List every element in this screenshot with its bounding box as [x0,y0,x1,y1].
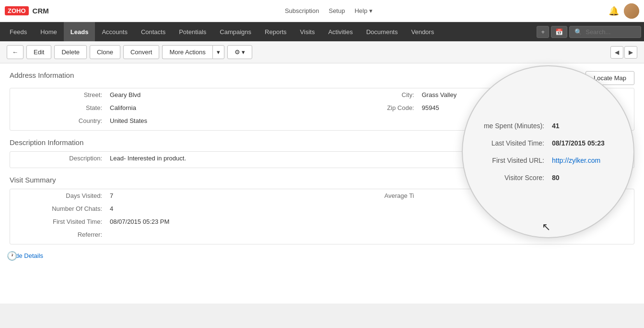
magnify-row-0: me Spent (Minutes): 41 [472,117,624,134]
empty-label [322,114,418,127]
toolbar: ← Edit Delete Clone Convert More Actions… [0,41,644,63]
nav-right: + 📅 [537,26,641,38]
more-actions-arrow[interactable]: ▾ [212,45,224,59]
nav-item-accounts[interactable]: Accounts [95,22,134,41]
nav-arrows: ◀ ▶ [610,46,637,59]
magnify-overlay: me Spent (Minutes): 41 Last Visited Time… [462,65,634,238]
top-bar: ZOHO CRM Subscription Setup Help ▾ 🔔 [0,0,644,22]
nav-item-visits[interactable]: Visits [293,22,322,41]
avg-time-label: Average Ti [322,189,418,202]
prev-button[interactable]: ◀ [610,46,623,59]
magnify-row-3: Visitor Score: 80 [472,169,624,186]
settings-dropdown: ⚙ ▾ [227,45,253,59]
main-content: Locate Map Address Information Street: G… [0,63,644,267]
days-visited-value: 7 [106,189,322,202]
chats-value: 4 [106,202,322,215]
magnify-label-2: First Visited URL: [480,157,544,164]
top-nav: Subscription Setup Help ▾ [285,7,373,14]
avatar[interactable] [624,3,639,19]
notification-bell-icon[interactable]: 🔔 [609,6,619,16]
nav-item-feeds[interactable]: Feeds [3,22,34,41]
nav-bar: Feeds Home Leads Accounts Contacts Poten… [0,22,644,41]
cursor-icon: ↖ [542,221,550,233]
country-label: Country: [10,114,106,127]
delete-button[interactable]: Delete [54,45,87,59]
back-button[interactable]: ← [7,45,23,59]
next-button[interactable]: ▶ [624,46,637,59]
magnify-value-1: 08/17/2015 05:23 [544,139,616,147]
city-label: City: [322,88,418,101]
nav-item-campaigns[interactable]: Campaigns [213,22,258,41]
content-wrapper: Locate Map Address Information Street: G… [0,63,644,304]
state-value: California [106,101,322,114]
top-actions: 🔔 [609,3,639,19]
add-button[interactable]: + [537,26,549,38]
days-visited-label: Days Visited: [10,189,106,202]
zipcode-label: Zip Code: [322,101,418,114]
magnify-value-2[interactable]: http://zylker.com [544,157,616,164]
nav-item-documents[interactable]: Documents [360,22,405,41]
settings-button[interactable]: ⚙ ▾ [227,45,253,59]
referrer-label: Referrer: [10,228,106,241]
setup-link[interactable]: Setup [328,7,345,14]
magnify-label-0: me Spent (Minutes): [480,122,544,130]
calendar-button[interactable]: 📅 [551,26,567,38]
magnify-label-1: Last Visited Time: [480,139,544,147]
magnify-value-3: 80 [544,174,616,182]
street-value: Geary Blvd [106,88,322,101]
street-label: Street: [10,88,106,101]
nav-item-leads[interactable]: Leads [64,22,95,41]
subscription-link[interactable]: Subscription [285,7,319,14]
magnify-row-2: First Visited URL: http://zylker.com [472,152,624,169]
empty2-label [322,202,418,215]
nav-item-contacts[interactable]: Contacts [134,22,172,41]
magnify-row-1: Last Visited Time: 08/17/2015 05:23 [472,134,624,152]
first-visited-value: 08/07/2015 05:23 PM [106,215,322,228]
edit-button[interactable]: Edit [26,45,51,59]
state-label: State: [10,101,106,114]
toolbar-right: ◀ ▶ [610,46,637,59]
nav-item-potentials[interactable]: Potentials [172,22,213,41]
description-label: Description: [10,152,106,165]
zoho-logo: ZOHO [5,6,29,15]
magnify-label-3: Visitor Score: [480,174,544,182]
convert-button[interactable]: Convert [123,45,160,59]
first-visited-label: First Visited Time: [10,215,106,228]
country-value: United States [106,114,322,127]
nav-item-home[interactable]: Home [34,22,64,41]
search-input[interactable] [569,26,641,38]
more-actions-dropdown: More Actions ▾ [162,45,224,59]
clone-button[interactable]: Clone [90,45,120,59]
crm-label: CRM [33,7,49,15]
nav-item-vendors[interactable]: Vendors [404,22,441,41]
nav-item-activities[interactable]: Activities [321,22,359,41]
logo: ZOHO CRM [5,6,49,15]
nav-item-reports[interactable]: Reports [258,22,293,41]
clock-icon: 🕐 [7,251,17,261]
referrer-value [106,228,322,241]
help-link[interactable]: Help ▾ [354,7,372,14]
empty4-label [322,228,418,241]
magnify-value-0: 41 [544,122,616,130]
empty3-label [322,215,418,228]
more-actions-button[interactable]: More Actions [162,45,212,59]
chats-label: Number Of Chats: [10,202,106,215]
